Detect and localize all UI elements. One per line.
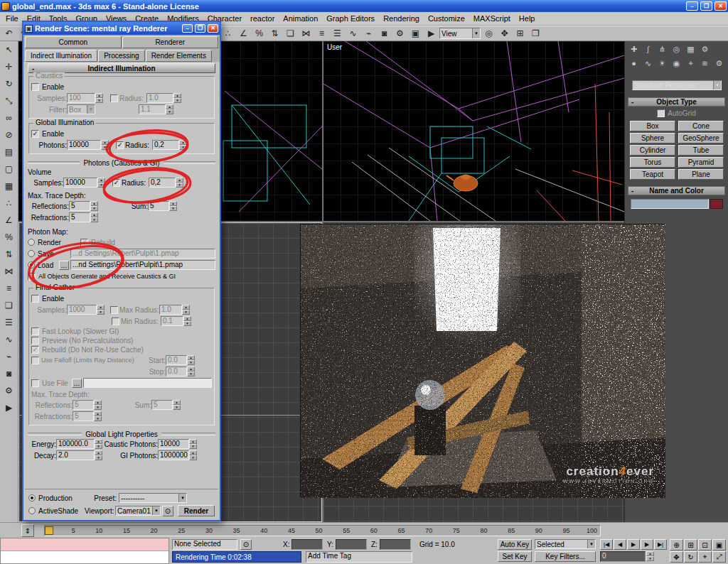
systems-category-icon[interactable]: ⚙ <box>712 57 726 70</box>
photons-radius-spinner[interactable] <box>176 178 183 188</box>
left-tool-icon[interactable]: ⌁ <box>2 349 16 364</box>
dialog-minimize-icon[interactable]: – <box>182 24 193 33</box>
gi-radius-field[interactable]: 0,2 <box>152 140 179 150</box>
tab-renderer[interactable]: Renderer <box>122 36 219 48</box>
menu-item[interactable]: Help <box>515 13 540 24</box>
window-titlebar[interactable]: global_end.max - 3ds max 6 - Stand-alone… <box>0 0 728 12</box>
cameras-category-icon[interactable]: ◉ <box>670 57 683 70</box>
object-type-button[interactable]: Box <box>630 121 675 131</box>
tab-common[interactable]: Common <box>25 36 122 48</box>
left-tool-icon[interactable]: ◙ <box>2 367 16 381</box>
object-type-button[interactable]: Pyramid <box>678 157 724 168</box>
object-type-button[interactable]: Teapot <box>630 169 675 180</box>
object-name-field[interactable] <box>631 199 709 209</box>
gi-photons-total-spinner[interactable] <box>189 450 197 460</box>
space-warps-category-icon[interactable]: ≋ <box>698 57 712 70</box>
caustic-photons-spinner[interactable] <box>189 439 197 449</box>
fg-stop-field[interactable]: 0.0 <box>166 367 187 376</box>
caustics-radius-checkbox[interactable] <box>110 94 118 102</box>
left-tool-icon[interactable]: ✛ <box>2 60 16 74</box>
fg-start-spinner[interactable] <box>187 355 195 365</box>
open-mini-curve-editor-icon[interactable]: ⇕ <box>21 524 34 537</box>
left-tool-icon[interactable]: ⚙ <box>2 384 16 398</box>
object-type-button[interactable]: Cylinder <box>630 145 675 156</box>
motion-tab-icon[interactable]: ◎ <box>670 43 683 55</box>
helpers-category-icon[interactable]: ⌖ <box>684 57 697 70</box>
activeshade-radio[interactable] <box>28 507 36 514</box>
fg-start-field[interactable]: 0.0 <box>166 355 187 365</box>
object-type-rollout[interactable]: Object Type <box>628 97 725 107</box>
set-key-button[interactable]: Set Key <box>498 551 532 562</box>
left-tool-icon[interactable]: ☰ <box>2 315 16 330</box>
tab-render-elements[interactable]: Render Elements <box>146 50 212 62</box>
time-slider-handle[interactable] <box>45 526 53 535</box>
name-and-color-rollout[interactable]: Name and Color <box>628 186 725 195</box>
render-type-icon[interactable]: ▣ <box>408 27 423 40</box>
left-tool-icon[interactable]: ▤ <box>2 145 16 159</box>
snaps-toggle-icon[interactable]: ∴ <box>220 27 235 40</box>
zoom-all-icon[interactable]: ⊞ <box>684 539 697 551</box>
object-type-button[interactable]: GeoSphere <box>678 133 724 143</box>
dialog-close-icon[interactable]: ✕ <box>208 24 218 33</box>
mirror-icon[interactable]: ⋈ <box>299 27 314 40</box>
left-tool-icon[interactable]: ≡ <box>2 281 16 295</box>
photon-map-load-path-field[interactable]: ...nd Settings\Robert\Pulpit\1.pmap <box>70 260 215 270</box>
menu-item[interactable]: File <box>1 13 23 24</box>
left-tool-icon[interactable]: ▢ <box>2 162 16 176</box>
undo-icon[interactable]: ↶ <box>1 27 16 40</box>
left-tool-icon[interactable]: ∴ <box>2 196 16 210</box>
reflections-spinner[interactable] <box>90 201 98 211</box>
left-tool-icon[interactable]: ↖ <box>2 43 16 57</box>
lock-view-icon[interactable]: ⊙ <box>162 506 173 516</box>
fg-use-falloff-checkbox[interactable] <box>31 357 39 364</box>
left-tool-icon[interactable]: ⋈ <box>2 264 16 278</box>
fg-refractions-spinner[interactable] <box>94 411 102 421</box>
lights-category-icon[interactable]: ☀ <box>655 57 669 70</box>
keyboard-override-icon[interactable]: ⊞ <box>513 27 528 40</box>
decay-spinner[interactable] <box>95 450 102 460</box>
gi-photons-total-field[interactable]: 1000000 <box>158 450 189 460</box>
object-color-swatch[interactable] <box>710 199 723 209</box>
photons-samples-field[interactable]: 10000 <box>63 178 97 188</box>
fg-refractions-field[interactable]: 5 <box>73 411 94 421</box>
time-tag-field[interactable]: Add Time Tag <box>306 551 412 563</box>
menu-item[interactable]: reactor <box>246 13 279 24</box>
x-field[interactable] <box>291 539 323 550</box>
pan-icon[interactable]: ✥ <box>670 551 683 563</box>
create-tab-icon[interactable]: ✚ <box>627 43 641 55</box>
schematic-view-icon[interactable]: ⌁ <box>361 27 376 40</box>
fg-samples-field[interactable]: 1000 <box>67 305 97 315</box>
sum-field[interactable]: 5 <box>148 201 169 211</box>
render-scene-icon[interactable]: ⚙ <box>392 27 407 40</box>
tab-indirect-illumination[interactable]: Indirect Illumination <box>25 50 97 62</box>
quick-render-icon[interactable]: ▶ <box>424 27 439 40</box>
refractions-field[interactable]: 5 <box>69 212 90 222</box>
caustics-filter-size-field[interactable]: 1.1 <box>139 104 166 114</box>
angle-snap-icon[interactable]: ∠ <box>236 27 251 40</box>
left-tool-icon[interactable]: ∿ <box>2 332 16 347</box>
caustics-enable-checkbox[interactable] <box>31 83 39 91</box>
left-tool-icon[interactable]: ↻ <box>2 77 16 91</box>
selection-lock-toggle-icon[interactable]: ⊙ <box>240 539 252 550</box>
minimize-icon[interactable]: – <box>686 1 698 11</box>
arc-rotate-icon[interactable]: ↻ <box>684 551 697 563</box>
fg-sum-spinner[interactable] <box>173 400 181 410</box>
left-tool-icon[interactable]: % <box>2 230 16 244</box>
left-tool-icon[interactable]: ⇅ <box>2 247 16 261</box>
caustics-radius-field[interactable]: 1.0 <box>146 93 173 103</box>
primitive-type-dropdown[interactable]: Standard Primitives <box>632 80 722 90</box>
viewport-camera[interactable]: User <box>323 41 624 221</box>
fg-stop-spinner[interactable] <box>187 367 195 376</box>
preset-dropdown[interactable]: ---------- <box>119 493 187 503</box>
dialog-titlebar[interactable]: ▣ Render Scene: mental ray Renderer – ❐ … <box>23 22 220 35</box>
all-objects-checkbox[interactable] <box>28 273 36 281</box>
fg-min-radius-field[interactable]: 0.1 <box>161 316 183 326</box>
modify-tab-icon[interactable]: ∫ <box>641 43 655 55</box>
fg-min-radius-spinner[interactable] <box>183 316 191 326</box>
gi-radius-checkbox[interactable] <box>116 141 124 149</box>
percent-snap-icon[interactable]: % <box>252 27 267 40</box>
current-frame-field[interactable]: 0 <box>600 551 646 562</box>
min-max-toggle-icon[interactable]: ⤢ <box>712 551 726 563</box>
listener-script-row[interactable] <box>1 551 168 563</box>
fg-max-radius-checkbox[interactable] <box>110 306 118 314</box>
